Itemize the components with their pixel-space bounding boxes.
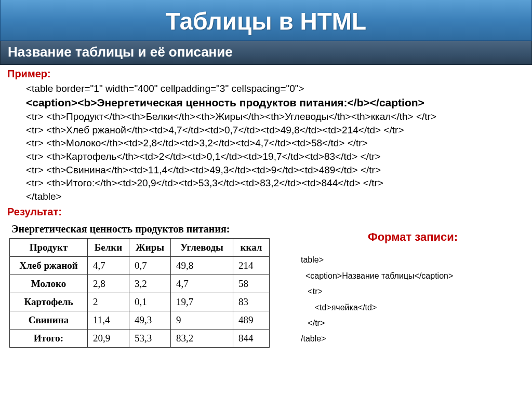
format-line: /table> <box>301 331 525 347</box>
code-line: <tr> <th>Итого:</th><td>20,9</td><td>53,… <box>26 176 525 190</box>
format-line: <tr> <box>301 284 525 299</box>
code-line: <caption><b>Энергетическая ценность прод… <box>26 95 525 110</box>
result-table: Продукт Белки Жиры Углеводы ккал Хлеб рж… <box>9 238 270 348</box>
content-area: Пример: <table border="1" width="400" ce… <box>0 65 532 348</box>
col-header: Белки <box>88 239 129 257</box>
cell: 49,8 <box>171 257 233 275</box>
code-line: <table border="1" width="400" cellpaddin… <box>26 82 525 95</box>
cell: 489 <box>233 311 270 330</box>
slide-subtitle: Название таблицы и её описание <box>8 44 524 60</box>
cell: 19,7 <box>171 293 233 311</box>
cell: 844 <box>233 330 270 348</box>
table-row: Хлеб ржаной 4,7 0,7 49,8 214 <box>10 257 270 275</box>
table-row: Свинина 11,4 49,3 9 489 <box>10 311 270 330</box>
col-header: ккал <box>233 239 270 257</box>
example-label: Пример: <box>7 68 525 80</box>
code-example: <table border="1" width="400" cellpaddin… <box>26 82 525 203</box>
slide-header: Таблицы в HTML <box>0 0 532 41</box>
code-line: <tr> <th>Картофель</th><td>2</td><td>0,1… <box>26 150 525 163</box>
slide-subheader: Название таблицы и её описание <box>0 41 532 65</box>
cell: 49,3 <box>129 311 171 330</box>
row-name: Итого: <box>10 330 88 348</box>
cell: 0,1 <box>129 293 171 311</box>
result-label: Результат: <box>7 206 525 218</box>
table-header-row: Продукт Белки Жиры Углеводы ккал <box>10 239 270 257</box>
table-row: Картофель 2 0,1 19,7 83 <box>10 293 270 311</box>
col-header: Продукт <box>10 239 88 257</box>
cell: 53,3 <box>129 330 171 348</box>
cell: 58 <box>233 275 270 293</box>
table-caption: Энергетическая ценность продуктов питани… <box>7 221 270 238</box>
format-title: Формат записи: <box>301 230 525 244</box>
cell: 2,8 <box>88 275 129 293</box>
row-name: Молоко <box>10 275 88 293</box>
table-row: Молоко 2,8 3,2 4,7 58 <box>10 275 270 293</box>
format-line: <caption>Название таблицы</caption> <box>301 268 525 284</box>
row-name: Хлеб ржаной <box>10 257 88 275</box>
result-table-wrap: Энергетическая ценность продуктов питани… <box>7 221 270 348</box>
result-row: Энергетическая ценность продуктов питани… <box>7 221 525 348</box>
cell: 11,4 <box>88 311 129 330</box>
col-header: Жиры <box>129 239 171 257</box>
code-line: <tr> <th>Свинина</th><td>11,4</td><td>49… <box>26 163 525 177</box>
cell: 20,9 <box>88 330 129 348</box>
format-line: </tr> <box>301 315 525 331</box>
format-block: Формат записи: table> <caption>Название … <box>301 221 525 347</box>
cell: 4,7 <box>171 275 233 293</box>
code-line: <tr> <th>Молоко</th><td>2,8</td><td>3,2<… <box>26 136 525 150</box>
code-line: <tr> <th>Продукт</th><th>Белки</th><th>Ж… <box>26 110 525 123</box>
cell: 9 <box>171 311 233 330</box>
cell: 83,2 <box>171 330 233 348</box>
cell: 83 <box>233 293 270 311</box>
cell: 214 <box>233 257 270 275</box>
cell: 2 <box>88 293 129 311</box>
format-line: <td>ячейка</td> <box>301 300 525 315</box>
code-line: </table> <box>26 190 525 203</box>
format-code: table> <caption>Название таблицы</captio… <box>301 252 525 347</box>
cell: 0,7 <box>129 257 171 275</box>
code-line: <tr> <th>Хлеб ржаной</th><td>4,7</td><td… <box>26 123 525 137</box>
col-header: Углеводы <box>171 239 233 257</box>
cell: 4,7 <box>88 257 129 275</box>
row-name: Картофель <box>10 293 88 311</box>
format-line: table> <box>301 252 525 268</box>
row-name: Свинина <box>10 311 88 330</box>
slide-title: Таблицы в HTML <box>1 7 531 35</box>
table-row: Итого: 20,9 53,3 83,2 844 <box>10 330 270 348</box>
cell: 3,2 <box>129 275 171 293</box>
